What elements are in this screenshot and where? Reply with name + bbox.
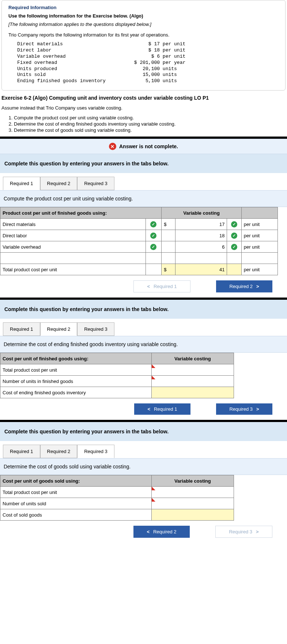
company-intro: Trio Company reports the following infor… [8, 32, 279, 38]
chevron-right-icon: > [256, 406, 259, 412]
r2-input-1[interactable] [151, 364, 234, 376]
r1-total-value: 41 [175, 264, 227, 275]
next-button-r2[interactable]: Required 3 > [216, 403, 272, 415]
prev-button-r2[interactable]: < Required 1 [134, 403, 190, 415]
task-3: Determine the cost of goods sold using v… [14, 127, 286, 133]
r3-input-1[interactable] [151, 487, 234, 498]
error-marker-icon [152, 498, 155, 502]
check-icon [150, 221, 156, 227]
r2-input-2[interactable] [151, 376, 234, 387]
tab-required-1[interactable]: Required 1 [3, 445, 40, 458]
error-marker-icon [152, 376, 155, 379]
r1-h2: Variable costing [162, 207, 242, 219]
exercise-title: Exercise 6-2 (Algo) Computing unit and i… [1, 95, 286, 101]
task-2: Determine the cost of ending finished go… [14, 121, 286, 127]
r1-desc: Compute the product cost per unit using … [0, 190, 287, 207]
r2-table: Cost per unit of finished goods using: V… [0, 353, 234, 398]
tabs-1: Required 1 Required 2 Required 3 [0, 173, 287, 190]
r2-row1: Total product cost per unit [0, 364, 152, 376]
chevron-left-icon: < [147, 284, 150, 289]
r2-h1: Cost per unit of finished goods using: [0, 353, 152, 364]
r2-h2: Variable costing [151, 353, 234, 364]
r3-table: Cost per unit of goods sold using: Varia… [0, 475, 234, 521]
answer-status-banner: ✕ Answer is not complete. [0, 139, 287, 154]
r2-row3: Cost of ending finished goods inventory [0, 387, 152, 398]
r3-h1: Cost per unit of goods sold using: [0, 475, 152, 487]
complete-banner-2: Complete this question by entering your … [0, 300, 287, 319]
task-1: Compute the product cost per unit using … [14, 115, 286, 120]
check-icon [231, 244, 237, 250]
r1-vo-label: Variable overhead [0, 241, 146, 253]
tab-required-1[interactable]: Required 1 [3, 177, 40, 190]
tabs-2: Required 1 Required 2 Required 3 [0, 319, 287, 336]
check-icon [150, 233, 156, 239]
unit-label: per unit [241, 219, 277, 230]
tab-required-2[interactable]: Required 2 [40, 177, 78, 190]
error-marker-icon [152, 487, 155, 490]
answer-status-text: Answer is not complete. [119, 143, 178, 149]
r1-h1: Product cost per unit of finished goods … [0, 207, 162, 219]
r1-total-label: Total product cost per unit [0, 264, 146, 275]
chevron-right-icon: > [256, 284, 259, 289]
r1-dl-label: Direct labor [0, 230, 146, 241]
prev-button-r1: < Required 1 [133, 280, 190, 292]
r3-input-2[interactable] [151, 498, 234, 509]
section-header: Required Information [8, 5, 279, 10]
r2-total [151, 387, 234, 398]
tabs-3: Required 1 Required 2 Required 3 [0, 441, 287, 458]
r2-desc: Determine the cost of ending finished go… [0, 336, 287, 353]
tab-required-3[interactable]: Required 3 [77, 445, 114, 458]
r3-row3: Cost of sold goods [0, 509, 152, 521]
r3-desc: Determine the cost of goods sold using v… [0, 458, 287, 475]
required-information-panel: Required Information Use the following i… [1, 0, 286, 91]
r1-vo-value[interactable]: 6 [175, 241, 227, 253]
unit-label: per unit [241, 241, 277, 253]
tab-required-2[interactable]: Required 2 [40, 322, 78, 336]
tab-required-3[interactable]: Required 3 [77, 322, 114, 336]
tab-required-1[interactable]: Required 1 [3, 322, 40, 336]
chevron-left-icon: < [147, 406, 150, 412]
data-table-mono: Direct materials $ 17 per unit Direct la… [17, 41, 279, 84]
complete-banner-3: Complete this question by entering your … [0, 422, 287, 441]
r1-dm-label: Direct materials [0, 219, 146, 230]
applies-note: [The following information applies to th… [8, 22, 279, 27]
dollar-sign: $ [162, 219, 175, 230]
chevron-left-icon: < [147, 529, 150, 534]
r3-h2: Variable costing [151, 475, 234, 487]
r1-dl-value[interactable]: 18 [175, 230, 227, 241]
error-marker-icon [152, 364, 155, 368]
assume-text: Assume instead that Trio Company uses va… [1, 105, 286, 111]
r3-row1: Total product cost per unit [0, 487, 152, 498]
r3-total [151, 509, 234, 521]
check-icon [231, 221, 237, 227]
r3-row2: Number of units sold [0, 498, 152, 509]
prev-button-r3[interactable]: < Required 2 [133, 526, 190, 538]
unit-label: per unit [241, 230, 277, 241]
check-icon [231, 233, 237, 239]
next-button-r1[interactable]: Required 2 > [216, 280, 272, 292]
r2-row2: Number of units in finished goods [0, 376, 152, 387]
task-list: Compute the product cost per unit using … [9, 115, 286, 133]
use-following-info: Use the following information for the Ex… [8, 13, 279, 19]
r1-table: Product cost per unit of finished goods … [0, 207, 278, 275]
error-icon: ✕ [109, 143, 116, 150]
unit-label: per unit [241, 264, 277, 275]
tab-required-2[interactable]: Required 2 [40, 445, 78, 458]
check-icon [150, 244, 156, 250]
tab-required-3[interactable]: Required 3 [77, 177, 114, 190]
dollar-sign: $ [162, 264, 175, 275]
r1-dm-value[interactable]: 17 [175, 219, 227, 230]
chevron-right-icon: > [256, 529, 259, 534]
next-button-r3: Required 3 > [215, 526, 272, 538]
complete-banner-1: Complete this question by entering your … [0, 154, 287, 173]
